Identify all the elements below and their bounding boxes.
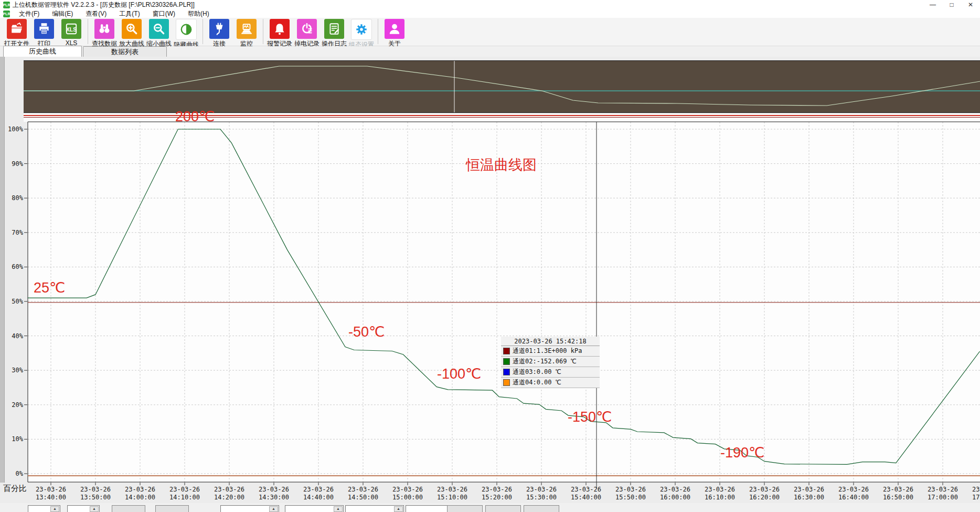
x-tick-date: 23-03-26 [742, 486, 786, 494]
bottom-combo-5[interactable]: ▲ [285, 505, 344, 512]
x-tick-date: 23-03-26 [921, 486, 965, 494]
menu-bar: PLR 文件(F)编辑(E)查看(V)工具(T)窗口(W)帮助(H) [0, 9, 980, 18]
x-axis-label: 23-03-2615:40:00 [564, 486, 608, 501]
tooltip-row-2: 通道02:-152.069 ℃ [501, 357, 600, 367]
spinner-up-icon[interactable]: ▲ [90, 506, 99, 512]
toolbar-button-7[interactable]: 隐藏曲线 [173, 19, 200, 49]
x-tick-time: 16:00:00 [653, 494, 697, 501]
channel-swatch [503, 358, 510, 365]
temp-annotation-2: -50℃ [348, 323, 385, 340]
x-tick-time: 14:00:00 [118, 494, 162, 501]
toolbar-button-17[interactable]: 关于 [381, 19, 408, 48]
x-tick-time: 13:40:00 [29, 494, 73, 501]
x-axis-label: 23-03-2613:50:00 [73, 486, 118, 501]
alarm-line-upper [24, 115, 980, 116]
x-tick-time: 15:50:00 [609, 494, 653, 501]
maximize-button[interactable]: □ [946, 1, 957, 8]
window-title: 上位机数据管理软件 V2.2.2.3 - [历史数据 [F:\PLR\23032… [13, 1, 195, 9]
xls-icon: XLS [65, 22, 78, 36]
toolbar-button-0[interactable]: 打开文件 [3, 19, 30, 48]
about-icon [388, 22, 401, 36]
y-axis-label: 80% [3, 194, 23, 202]
config-icon [355, 23, 368, 36]
x-tick-date: 23-03-26 [876, 486, 920, 494]
toolbar-button-4[interactable]: 查找数据 [91, 19, 118, 48]
overview-strip[interactable] [24, 60, 980, 113]
bottom-button-10[interactable] [524, 505, 559, 512]
bottom-button-3[interactable] [155, 505, 189, 512]
x-tick-date: 23-03-26 [965, 486, 980, 494]
x-tick-time: 17:10:00 [965, 494, 980, 501]
op-log-icon [327, 22, 341, 36]
toolbar-button-15[interactable]: 组态设置 [348, 19, 375, 49]
menu-app-icon: PLR [3, 11, 10, 17]
spinner-up-icon[interactable]: ▲ [50, 506, 59, 512]
x-axis-label: 23-03-2616:20:00 [742, 486, 786, 501]
toolbar-separator [263, 19, 263, 44]
x-tick-time: 15:40:00 [564, 494, 608, 501]
open-file-icon [10, 22, 24, 36]
channel-value: 通道02:-152.069 ℃ [513, 357, 577, 366]
toolbar-button-12[interactable]: 报警记录 [266, 19, 293, 48]
x-tick-time: 15:00:00 [386, 494, 430, 501]
x-axis-label: 23-03-2615:20:00 [475, 486, 519, 501]
toolbar-button-6[interactable]: 缩小曲线 [145, 19, 173, 48]
x-tick-date: 23-03-26 [163, 486, 207, 494]
x-tick-date: 23-03-26 [341, 486, 385, 494]
toolbar-button-10[interactable]: 监控 [233, 19, 260, 48]
close-button[interactable]: ✕ [965, 1, 976, 8]
bottom-control-bar: ▲▲▲▲▲▲ [0, 503, 980, 512]
connect-icon [212, 22, 226, 36]
temp-annotation-5: -190℃ [720, 444, 764, 461]
toolbar-button-1[interactable]: 打印 [30, 19, 58, 48]
spinner-up-icon[interactable]: ▲ [269, 506, 278, 512]
minimize-button[interactable]: — [928, 1, 938, 8]
x-tick-time: 14:40:00 [296, 494, 340, 501]
zoom-in-icon [125, 22, 139, 36]
x-tick-date: 23-03-26 [475, 486, 519, 494]
bottom-combo-6[interactable]: ▲ [345, 505, 404, 512]
spinner-up-icon[interactable]: ▲ [334, 506, 343, 512]
y-axis-label: 90% [3, 160, 23, 168]
menu-item-0[interactable]: 文件(F) [13, 9, 46, 18]
menu-item-4[interactable]: 窗口(W) [146, 9, 182, 18]
bottom-spinner-1[interactable]: ▲ [67, 505, 100, 512]
y-axis-label: 30% [3, 367, 23, 374]
x-tick-time: 14:10:00 [163, 494, 207, 501]
bottom-combo-4[interactable]: ▲ [220, 505, 279, 512]
menu-item-5[interactable]: 帮助(H) [182, 9, 216, 18]
bottom-button-9[interactable] [485, 505, 521, 512]
toolbar-button-2[interactable]: XLSXLS [58, 19, 85, 47]
menu-item-2[interactable]: 查看(V) [79, 9, 113, 18]
toolbar-button-13[interactable]: 掉电记录 [293, 19, 321, 48]
x-axis-label: 23-03-2615:10:00 [430, 486, 474, 501]
x-tick-time: 16:20:00 [742, 494, 786, 501]
x-axis-label: 23-03-2614:20:00 [207, 486, 251, 501]
x-tick-date: 23-03-26 [519, 486, 563, 494]
x-axis-label: 23-03-2613:40:00 [29, 486, 73, 501]
toolbar-button-9[interactable]: 连接 [206, 19, 233, 48]
spinner-up-icon[interactable]: ▲ [394, 506, 403, 512]
chart-title: 恒温曲线图 [466, 155, 537, 174]
x-tick-time: 16:40:00 [832, 494, 876, 501]
bottom-spinner-0[interactable]: ▲ [28, 505, 60, 512]
plot-area[interactable] [28, 122, 980, 482]
x-tick-date: 23-03-26 [296, 486, 340, 494]
x-axis-label: 23-03-2616:40:00 [832, 486, 876, 501]
x-axis-label: 23-03-2614:10:00 [163, 486, 207, 501]
menu-item-3[interactable]: 工具(T) [113, 9, 146, 18]
y-axis-label: 70% [3, 229, 23, 236]
toolbar-button-5[interactable]: 放大曲线 [118, 19, 145, 48]
x-tick-date: 23-03-26 [252, 486, 296, 494]
toolbar-button-14[interactable]: 操作日志 [321, 19, 348, 48]
bottom-button-8[interactable] [447, 505, 483, 512]
bottom-button-2[interactable] [112, 505, 145, 512]
x-tick-date: 23-03-26 [609, 486, 653, 494]
temp-annotation-3: -100℃ [437, 365, 481, 382]
x-tick-date: 23-03-26 [207, 486, 251, 494]
channel-swatch [503, 379, 510, 386]
y-axis-label: 20% [3, 401, 23, 409]
menu-item-1[interactable]: 编辑(E) [46, 9, 79, 18]
tab-history-curve[interactable]: 历史曲线 [3, 46, 82, 57]
tab-data-list[interactable]: 数据列表 [83, 46, 167, 57]
